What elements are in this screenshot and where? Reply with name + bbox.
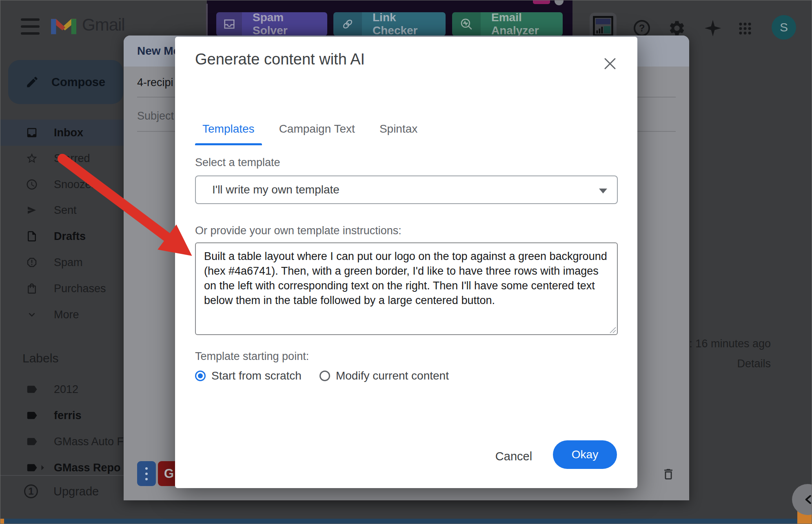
pencil-icon xyxy=(25,75,39,89)
sidebar-item-purchases[interactable]: Purchases xyxy=(0,275,125,302)
clock-icon xyxy=(26,178,38,191)
modal-title: Generate content with AI xyxy=(195,51,365,68)
inbox-tray-icon xyxy=(216,12,242,36)
labels-heading: Labels xyxy=(22,351,124,365)
settings-gear-icon[interactable] xyxy=(668,19,686,37)
compose-recipients-field[interactable]: 4-recipi xyxy=(137,76,173,89)
sidebar-label-gmass-repo[interactable]: GMass Repo xyxy=(0,455,125,481)
send-icon xyxy=(26,204,38,216)
starting-point-options: Start from scratch Modify current conten… xyxy=(195,369,467,382)
tab-campaign-text[interactable]: Campaign Text xyxy=(272,122,362,145)
hamburger-menu-icon[interactable] xyxy=(21,18,40,35)
inbox-icon xyxy=(26,127,38,139)
sidebar-label-gmass-auto[interactable]: GMass Auto F xyxy=(0,429,125,455)
avatar-initial: S xyxy=(780,20,788,34)
starting-point-label: Template starting point: xyxy=(195,350,309,363)
label-tag-icon xyxy=(26,435,38,448)
spam-solver-button[interactable]: Spam Solver xyxy=(216,12,327,36)
account-activity: ity: 16 minutes ago Details xyxy=(678,337,771,370)
gmass-toolbar: Spam Solver Link Checker xyxy=(207,0,572,38)
shopping-bag-icon xyxy=(26,282,38,295)
bottom-bar xyxy=(0,519,812,524)
compose-subject-field[interactable]: Subject xyxy=(137,110,174,122)
activity-text: ity: 16 minutes ago xyxy=(678,337,771,350)
window-edge xyxy=(206,4,208,36)
gmass-options-button[interactable] xyxy=(137,461,156,486)
chevron-down-icon xyxy=(26,309,38,321)
gemini-sparkle-icon[interactable] xyxy=(704,19,722,37)
template-select-value: I'll write my own template xyxy=(212,183,339,196)
gmass-pill-decoration xyxy=(533,0,550,4)
cancel-button[interactable]: Cancel xyxy=(489,445,538,468)
sidebar-label-ferris[interactable]: ferris xyxy=(0,402,125,429)
email-analyzer-button[interactable]: Email Analyzer xyxy=(452,12,563,36)
tab-templates[interactable]: Templates xyxy=(195,122,262,145)
gmass-circle-decoration xyxy=(555,0,564,5)
label-tag-icon xyxy=(26,409,38,422)
chain-link-icon xyxy=(333,12,362,36)
sidebar-item-more[interactable]: More xyxy=(0,302,125,328)
resize-handle[interactable] xyxy=(608,326,617,334)
help-icon[interactable]: ? xyxy=(633,19,651,37)
template-select[interactable]: I'll write my own template xyxy=(195,175,618,204)
generate-ai-modal: Generate content with AI Templates Campa… xyxy=(175,37,637,488)
instructions-textarea[interactable]: Built a table layout where I can put our… xyxy=(195,242,618,335)
gmail-sidebar: Compose Inbox Starred Snoozed Sent Draft… xyxy=(0,41,125,490)
gmail-logo: Gmail xyxy=(51,15,125,35)
label-tag-icon xyxy=(26,383,38,395)
trash-icon[interactable] xyxy=(661,467,675,481)
select-template-label: Select a template xyxy=(195,156,280,169)
sidebar-item-starred[interactable]: Starred xyxy=(0,145,125,171)
radio-start-from-scratch[interactable] xyxy=(195,371,206,381)
compose-button[interactable]: Compose xyxy=(8,60,123,104)
upgrade-number-icon: 1 xyxy=(24,484,38,498)
sidebar-item-snoozed[interactable]: Snoozed xyxy=(0,171,125,198)
compose-title: New Me xyxy=(137,44,180,58)
dropdown-arrow-icon xyxy=(599,189,607,193)
screen: Gmail ? xyxy=(0,0,812,524)
chevron-left-icon xyxy=(803,493,812,506)
okay-button[interactable]: Okay xyxy=(553,440,617,469)
modal-tabs: Templates Campaign Text Spintax xyxy=(195,122,435,145)
spam-octagon-icon xyxy=(26,256,38,269)
link-checker-button[interactable]: Link Checker xyxy=(333,12,446,36)
account-avatar[interactable]: S xyxy=(772,15,796,40)
details-link[interactable]: Details xyxy=(678,357,771,370)
sidebar-item-spam[interactable]: Spam xyxy=(0,249,125,275)
sidebar-label-2012[interactable]: 2012 xyxy=(0,376,125,402)
gmail-m-icon xyxy=(51,16,76,34)
expand-arrow-icon[interactable] xyxy=(36,462,49,474)
close-icon[interactable] xyxy=(603,56,617,71)
upgrade-label: Upgrade xyxy=(53,485,99,498)
star-icon xyxy=(26,152,38,164)
sidebar-item-drafts[interactable]: Drafts xyxy=(0,223,125,249)
sidebar-item-sent[interactable]: Sent xyxy=(0,197,125,223)
magnifier-pulse-icon xyxy=(452,12,481,36)
upgrade-button[interactable]: 1 Upgrade xyxy=(24,484,99,498)
collapse-chevron-button[interactable] xyxy=(792,484,812,515)
draft-icon xyxy=(26,230,38,242)
sidebar-divider xyxy=(0,475,125,476)
gmail-logo-text: Gmail xyxy=(82,15,125,35)
instructions-label: Or provide your own template instruction… xyxy=(195,224,402,237)
svg-text:?: ? xyxy=(639,22,645,33)
bottom-left-accent xyxy=(0,519,4,524)
sidebar-item-inbox[interactable]: Inbox xyxy=(0,120,125,146)
tab-spintax[interactable]: Spintax xyxy=(372,122,425,145)
apps-grid-icon[interactable] xyxy=(737,21,753,36)
compose-label: Compose xyxy=(51,75,105,89)
radio-modify-current-content[interactable] xyxy=(319,371,330,381)
